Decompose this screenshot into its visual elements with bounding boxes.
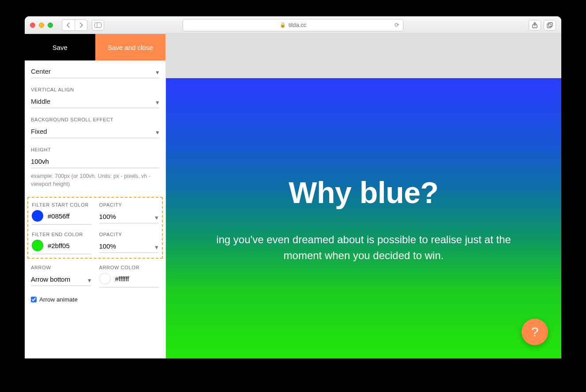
preview-canvas: Why blue? ing you've even dreamed about … [166,34,561,358]
filter-end-opacity-label: OPACITY [99,232,159,237]
arrow-color-input[interactable] [115,275,160,283]
help-button[interactable]: ? [522,319,548,345]
filter-start-opacity-label: OPACITY [99,202,159,207]
filter-start-label: FILTER START COLOR [32,202,91,207]
height-hint: example: 700px (or 100vh. Units: px - pi… [31,173,159,188]
content: Save Save and close Center ▾ VERTICAL AL… [25,34,561,358]
filter-start-input[interactable] [48,212,91,220]
arrow-select[interactable]: Arrow bottom ▾ [31,273,91,286]
filter-end-label: FILTER END COLOR [32,232,91,237]
reload-icon[interactable]: ⟳ [394,22,399,28]
svg-rect-4 [548,23,552,26]
valign-select[interactable]: Middle ▾ [31,95,159,108]
bgscroll-value: Fixed [31,128,47,135]
filter-start-swatch[interactable] [32,210,43,222]
arrow-color-field[interactable] [99,273,160,287]
arrow-animate-label: Arrow animate [39,296,78,303]
chevron-down-icon: ▾ [156,128,159,136]
filter-start-opacity-select[interactable]: 100% ▾ [99,210,159,223]
filter-start-color-field[interactable] [32,210,91,225]
back-button[interactable] [62,20,75,30]
settings-panel: Save Save and close Center ▾ VERTICAL AL… [25,34,166,358]
filter-end-opacity-select[interactable]: 100% ▾ [99,240,159,253]
maximize-icon[interactable] [48,23,53,28]
arrow-value: Arrow bottom [31,275,70,283]
arrow-animate-checkbox[interactable]: Arrow animate [31,296,159,303]
close-icon[interactable] [30,23,35,28]
chevron-down-icon: ▾ [155,214,158,222]
forward-button[interactable] [75,20,87,30]
hero-subtitle: ing you've even dreamed about is possibl… [205,232,522,264]
height-label: HEIGHT [31,147,159,152]
filter-end-swatch[interactable] [32,240,43,251]
height-input[interactable] [31,155,159,168]
save-and-close-button[interactable]: Save and close [95,34,166,60]
bgscroll-select[interactable]: Fixed ▾ [31,125,159,138]
align-value: Center [31,68,51,75]
tabs-button[interactable] [544,20,556,30]
titlebar: 🔒 tilda.cc ⟳ [25,16,561,34]
filter-end-opacity-value: 100% [99,242,116,250]
arrow-animate-input[interactable] [31,297,37,302]
chevron-down-icon: ▾ [155,243,158,251]
arrow-color-swatch[interactable] [99,273,111,284]
valign-label: VERTICAL ALIGN [31,87,159,92]
sidebar-toggle-button[interactable] [92,20,104,30]
panel-actions: Save Save and close [25,34,165,60]
svg-rect-0 [95,23,101,27]
chevron-down-icon: ▾ [88,276,91,284]
svg-rect-3 [547,24,551,28]
url-bar[interactable]: 🔒 tilda.cc ⟳ [183,19,403,31]
titlebar-right [529,20,556,30]
filter-end-color-field[interactable] [32,240,91,254]
share-button[interactable] [529,20,541,30]
bgscroll-label: BACKGROUND SCROLL EFFECT [31,117,159,122]
align-select[interactable]: Center ▾ [31,65,159,78]
url-host: tilda.cc [289,22,306,28]
window-controls [30,23,53,28]
filter-start-opacity-value: 100% [99,213,116,220]
valign-value: Middle [31,98,50,105]
arrow-color-label: ARROW COLOR [99,265,160,270]
arrow-label: ARROW [31,265,91,270]
hero-title: Why blue? [289,175,438,210]
chevron-down-icon: ▾ [156,68,159,76]
chevron-down-icon: ▾ [156,98,159,106]
panel-body: Center ▾ VERTICAL ALIGN Middle ▾ BACKGRO… [25,60,165,358]
minimize-icon[interactable] [39,23,44,28]
browser-window: + 🔒 tilda.cc ⟳ [25,16,561,358]
save-button[interactable]: Save [25,34,95,60]
lock-icon: 🔒 [280,22,286,28]
filter-end-input[interactable] [48,242,91,249]
hero-block: Why blue? ing you've even dreamed about … [166,78,561,358]
nav-buttons [62,19,87,31]
filter-colors-highlight: FILTER START COLOR OPACITY 100% ▾ [27,197,163,259]
